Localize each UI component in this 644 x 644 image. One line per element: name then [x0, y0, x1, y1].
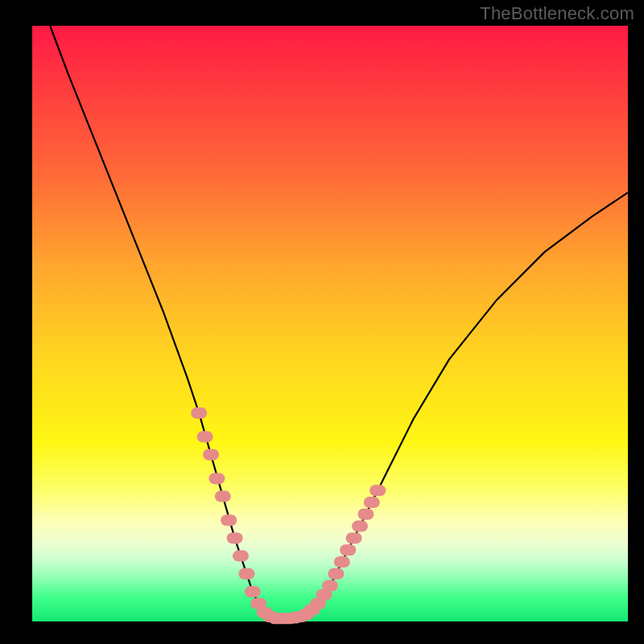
curve-marker	[357, 509, 374, 520]
curve-svg	[32, 26, 628, 621]
curve-marker	[328, 568, 344, 580]
curve-marker	[215, 491, 231, 502]
curve-marker	[197, 431, 213, 443]
curve-marker	[233, 551, 249, 562]
curve-marker	[369, 485, 386, 496]
curve-marker	[238, 568, 254, 580]
curve-marker	[352, 521, 368, 532]
chart-frame: TheBottleneck.com	[0, 0, 644, 644]
watermark-label: TheBottleneck.com	[480, 3, 634, 24]
curve-marker	[322, 580, 338, 592]
curve-marker	[334, 556, 350, 568]
curve-marker	[221, 514, 237, 526]
curve-marker	[245, 586, 261, 597]
curve-marker	[191, 407, 207, 419]
plot-area	[32, 26, 628, 621]
bottleneck-curve	[50, 26, 628, 618]
curve-marker	[340, 544, 356, 555]
curve-marker	[346, 532, 362, 543]
curve-marker	[203, 449, 219, 460]
curve-marker	[208, 473, 225, 484]
curve-marker	[364, 497, 380, 508]
curve-marker	[227, 532, 243, 543]
curve-markers	[191, 407, 386, 624]
